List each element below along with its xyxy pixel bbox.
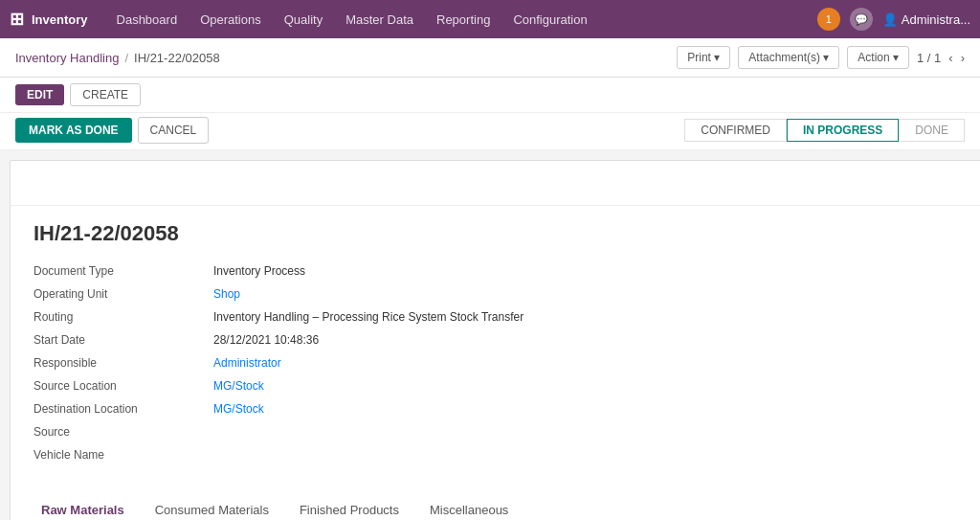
tab-raw-materials[interactable]: Raw Materials (26, 495, 140, 520)
tab-finished-products[interactable]: Finished Products (284, 495, 414, 520)
status-confirmed: CONFIRMED (684, 119, 787, 142)
create-button[interactable]: CREATE (70, 83, 141, 106)
prev-icon[interactable]: ‹ (948, 51, 952, 65)
notification-icon[interactable]: 1 (817, 8, 840, 31)
status-in-progress: IN PROGRESS (787, 119, 899, 142)
nav-master-data[interactable]: Master Data (336, 9, 423, 31)
content-wrapper: ▶ 1 / 1 Work Orders ⇅ Inventory Moves IH… (0, 150, 980, 520)
nav-reporting[interactable]: Reporting (427, 9, 500, 31)
app-name: Inventory (32, 12, 88, 27)
mark-as-done-button[interactable]: MARK AS DONE (15, 118, 132, 143)
nav-configuration[interactable]: Configuration (503, 9, 596, 31)
field-value-8 (213, 445, 608, 464)
breadcrumb-parent[interactable]: Inventory Handling (15, 51, 119, 65)
field-value-3: 28/12/2021 10:48:36 (213, 330, 608, 350)
field-label-5: Source Location (33, 376, 206, 396)
field-value-0: Inventory Process (213, 261, 608, 281)
attachments-button[interactable]: Attachment(s) ▾ (738, 46, 839, 69)
doc-title: IH/21-22/02058 (33, 221, 980, 246)
field-label-2: Routing (33, 307, 206, 327)
nav-dashboard[interactable]: Dashboard (107, 9, 188, 31)
navbar: ⊞ Inventory Dashboard Operations Quality… (0, 0, 980, 38)
action-row2: MARK AS DONE CANCEL CONFIRMED IN PROGRES… (0, 113, 980, 150)
main-nav: Dashboard Operations Quality Master Data… (107, 9, 817, 31)
tab-consumed-materials[interactable]: Consumed Materials (140, 495, 284, 520)
next-icon[interactable]: › (961, 51, 965, 65)
doc-section: IH/21-22/02058 Document Type Inventory P… (11, 206, 980, 480)
chat-icon[interactable]: 💬 (850, 8, 873, 31)
field-label-8: Vehicle Name (33, 445, 206, 464)
cancel-button[interactable]: CANCEL (138, 117, 210, 144)
navbar-right: 1 💬 👤 Administra... (817, 8, 970, 31)
action-button[interactable]: Action ▾ (847, 46, 909, 69)
field-label-7: Source (33, 422, 206, 441)
nav-quality[interactable]: Quality (275, 9, 332, 31)
form-grid: Document Type Inventory Process Operatin… (33, 261, 608, 464)
field-label-3: Start Date (33, 330, 206, 350)
breadcrumb-current: IH/21-22/02058 (134, 51, 220, 65)
grid-icon: ⊞ (10, 9, 24, 30)
edit-button[interactable]: EDIT (15, 84, 64, 105)
breadcrumb-right: Print ▾ Attachment(s) ▾ Action ▾ 1 / 1 ‹… (677, 46, 965, 69)
breadcrumb-bar: Inventory Handling / IH/21-22/02058 Prin… (0, 38, 980, 78)
admin-menu[interactable]: 👤 Administra... (882, 12, 970, 27)
main-content: ▶ 1 / 1 Work Orders ⇅ Inventory Moves IH… (10, 160, 980, 520)
field-value-7 (213, 422, 608, 441)
app-brand[interactable]: ⊞ Inventory (10, 9, 88, 30)
field-value-1[interactable]: Shop (213, 284, 608, 304)
print-button[interactable]: Print ▾ (677, 46, 730, 69)
breadcrumb-separator: / (124, 51, 128, 65)
field-label-1: Operating Unit (33, 284, 206, 304)
nav-operations[interactable]: Operations (190, 9, 271, 31)
field-value-5[interactable]: MG/Stock (213, 376, 608, 396)
tab-miscellaneous[interactable]: Miscellaneous (414, 495, 523, 520)
field-label-4: Responsible (33, 353, 206, 373)
field-value-2: Inventory Handling – Processing Rice Sys… (213, 307, 608, 327)
field-label-6: Destination Location (33, 399, 206, 418)
breadcrumb: Inventory Handling / IH/21-22/02058 (15, 51, 220, 65)
field-value-4[interactable]: Administrator (213, 353, 608, 373)
field-label-0: Document Type (33, 261, 206, 281)
field-value-6[interactable]: MG/Stock (213, 399, 608, 418)
tabs-bar: Raw Materials Consumed Materials Finishe… (26, 495, 980, 520)
status-done: DONE (899, 119, 965, 142)
admin-name: Administra... (902, 12, 970, 27)
action-bar: EDIT CREATE (0, 78, 980, 113)
sub-header: ▶ 1 / 1 Work Orders ⇅ Inventory Moves (11, 161, 980, 206)
pagination: 1 / 1 (917, 51, 941, 65)
status-bar: CONFIRMED IN PROGRESS DONE (684, 119, 965, 142)
admin-avatar: 👤 (882, 12, 898, 27)
